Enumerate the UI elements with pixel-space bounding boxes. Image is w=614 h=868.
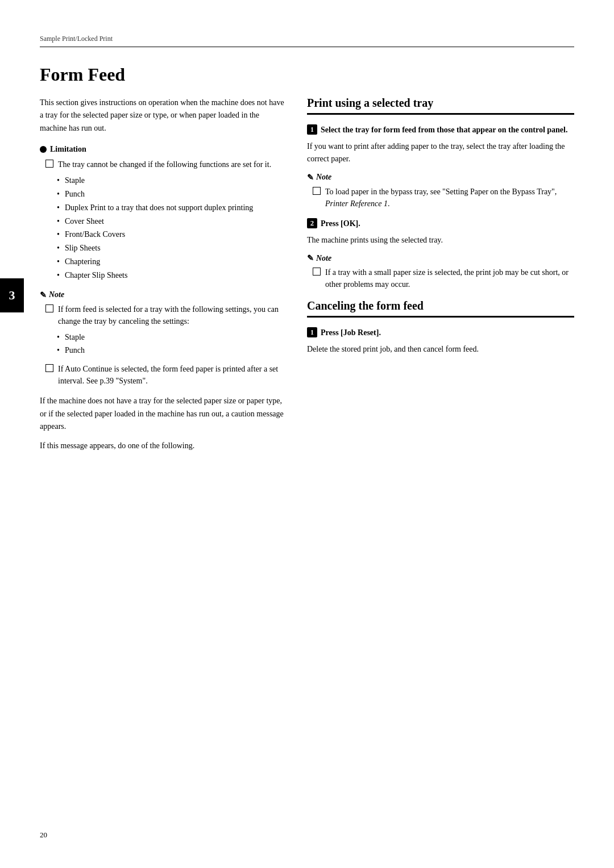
page: Sample Print/Locked Print 3 Form Feed Th… — [0, 0, 614, 868]
step-number-1: 1 — [307, 124, 317, 135]
limitation-box: Limitation The tray cannot be changed if… — [40, 145, 284, 282]
limitation-label: Limitation — [40, 145, 284, 154]
checkbox-icon — [45, 160, 53, 168]
note-section-right-2: ✎ Note If a tray with a small paper size… — [307, 253, 574, 290]
two-column-layout: This section gives instructions on opera… — [40, 97, 574, 460]
note-label-right-2: ✎ Note — [307, 253, 574, 263]
list-item: Staple — [57, 331, 284, 344]
list-item: Staple — [57, 174, 284, 187]
breadcrumb: Sample Print/Locked Print — [40, 35, 113, 43]
step-2-body: The machine prints using the selected tr… — [307, 234, 574, 247]
section-print-selected-tray: Print using a selected tray 1 Select the… — [307, 97, 574, 290]
section-cancel-form-feed: Canceling the form feed 1 Press [Job Res… — [307, 299, 574, 356]
note-checkbox-right-2: If a tray with a small paper size is sel… — [307, 266, 574, 290]
left-column: This section gives instructions on opera… — [40, 97, 284, 460]
note-checkbox-2: If Auto Continue is selected, the form f… — [40, 363, 284, 387]
body-text-1: If the machine does not have a tray for … — [40, 395, 284, 433]
note-label-1: ✎ Note — [40, 290, 284, 300]
note-icon-right-2: ✎ — [307, 253, 314, 263]
checkbox-icon — [313, 187, 321, 195]
note-section-1: ✎ Note If form feed is selected for a tr… — [40, 290, 284, 387]
right-column: Print using a selected tray 1 Select the… — [307, 97, 574, 460]
note-checkbox-right-1: To load paper in the bypass tray, see "S… — [307, 186, 574, 210]
cancel-step-1-body: Delete the stored print job, and then ca… — [307, 343, 574, 356]
note-icon-right-1: ✎ — [307, 173, 314, 182]
note-title-1: Note — [49, 290, 64, 299]
note-checkbox-right-text: To load paper in the bypass tray, see "S… — [325, 186, 574, 210]
checkbox-icon — [313, 268, 321, 276]
limitation-title: Limitation — [50, 145, 86, 154]
note-checkbox-text-1: If form feed is selected for a tray with… — [58, 303, 284, 327]
list-item: Slip Sheets — [57, 241, 284, 255]
limitation-bullet-list: Staple Punch Duplex Print to a tray that… — [40, 174, 284, 282]
section-heading-2: Canceling the form feed — [307, 299, 574, 318]
note-checkbox-text-2: If Auto Continue is selected, the form f… — [58, 363, 284, 387]
step-2-text: Press [OK]. — [321, 218, 360, 229]
note-checkbox-1: If form feed is selected for a tray with… — [40, 303, 284, 327]
chapter-tab: 3 — [0, 278, 24, 312]
intro-paragraph: This section gives instructions on opera… — [40, 97, 284, 135]
list-item: Punch — [57, 187, 284, 201]
note-title-right-2: Note — [316, 254, 331, 263]
limitation-checkbox: The tray cannot be changed if the follow… — [40, 158, 284, 170]
list-item: Chapter Slip Sheets — [57, 269, 284, 282]
note-section-right-1: ✎ Note To load paper in the bypass tray,… — [307, 173, 574, 210]
note-bullet-list-1: Staple Punch — [40, 331, 284, 358]
note-icon-1: ✎ — [40, 290, 47, 300]
header: Sample Print/Locked Print — [40, 34, 574, 47]
cancel-step-1-label: 1 Press [Job Reset]. — [307, 327, 574, 339]
note-title-right-1: Note — [316, 173, 331, 182]
limitation-checkbox-text: The tray cannot be changed if the follow… — [58, 158, 271, 170]
body-text-2: If this message appears, do one of the f… — [40, 440, 284, 452]
limitation-icon — [40, 146, 47, 153]
page-title: Form Feed — [40, 64, 574, 85]
note-label-right-1: ✎ Note — [307, 173, 574, 182]
section-heading-1: Print using a selected tray — [307, 97, 574, 115]
list-item: Duplex Print to a tray that does not sup… — [57, 201, 284, 215]
step-1-body: If you want to print after adding paper … — [307, 140, 574, 166]
list-item: Punch — [57, 344, 284, 357]
cancel-step-number-1: 1 — [307, 327, 317, 337]
note-checkbox-right-text-2: If a tray with a small paper size is sel… — [325, 266, 574, 290]
list-item: Cover Sheet — [57, 215, 284, 228]
step-2-label: 2 Press [OK]. — [307, 218, 574, 229]
list-item: Chaptering — [57, 255, 284, 269]
page-number: 20 — [40, 831, 47, 840]
cancel-step-1-text: Press [Job Reset]. — [321, 327, 381, 339]
step-1-text: Select the tray for form feed from those… — [321, 124, 567, 136]
list-item: Front/Back Covers — [57, 228, 284, 241]
chapter-number: 3 — [9, 288, 15, 303]
checkbox-icon — [45, 304, 53, 312]
step-number-2: 2 — [307, 218, 317, 228]
step-1-label: 1 Select the tray for form feed from tho… — [307, 124, 574, 136]
checkbox-icon — [45, 364, 53, 372]
